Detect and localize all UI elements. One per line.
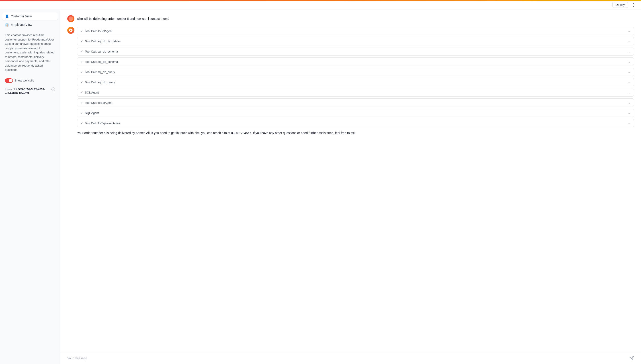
chevron-down-icon: ⌄ — [628, 50, 630, 53]
tool-call-item[interactable]: ✓ Tool Call: ToSqlAgent ⌄ — [77, 27, 634, 35]
tool-call-left: ✓ Tool Call: sql_db_query — [80, 70, 115, 74]
tool-call-left: ✓ Tool Call: ToSqlAgent — [80, 29, 112, 33]
chat-area: who will be delivering order number 5 an… — [60, 10, 641, 364]
bot-response-text: Your order number 5 is being delivered b… — [77, 129, 634, 135]
check-icon: ✓ — [80, 29, 83, 33]
thread-id-row: Thread ID: 539a1559-3b28-4718-ac44-7890c… — [2, 86, 58, 97]
check-icon: ✓ — [80, 90, 83, 94]
tool-call-left: ✓ Tool Call: sql_db_schema — [80, 60, 118, 64]
chevron-down-icon: ⌄ — [628, 111, 630, 115]
show-tool-calls-toggle[interactable] — [5, 78, 13, 83]
sidebar: 👤 Customer View 👔 Employee View This cha… — [0, 10, 60, 364]
sidebar-item-customer-view[interactable]: 👤 Customer View — [2, 12, 58, 20]
chevron-down-icon: ⌄ — [628, 121, 630, 125]
thread-id-prefix: Thread ID: — [5, 88, 18, 91]
customer-view-icon: 👤 — [5, 14, 9, 18]
bot-response-message: Your order number 5 is being delivered b… — [67, 129, 634, 135]
check-icon: ✓ — [80, 121, 83, 125]
tool-call-left: ✓ Tool Call: sql_db_schema — [80, 50, 118, 53]
tool-call-item[interactable]: ✓ SQL Agent ⌄ — [77, 88, 634, 96]
tool-call-item[interactable]: ✓ Tool Call: ToSqlAgent ⌄ — [77, 98, 634, 107]
bot-avatar — [67, 27, 74, 34]
user-avatar-inner — [69, 16, 73, 21]
tool-call-left: ✓ SQL Agent — [80, 90, 99, 94]
tool-call-name: Tool Call: ToSqlAgent — [85, 30, 112, 33]
chevron-down-icon: ⌄ — [628, 40, 630, 43]
user-message-text: who will be delivering order number 5 an… — [77, 15, 169, 21]
user-message: who will be delivering order number 5 an… — [67, 15, 634, 22]
check-icon: ✓ — [80, 60, 83, 64]
send-button[interactable] — [629, 356, 634, 360]
tool-call-left: ✓ Tool Call: ToSqlAgent — [80, 101, 112, 104]
bot-message: ✓ Tool Call: ToSqlAgent ⌄ ✓ Tool Call: s… — [67, 27, 634, 127]
tool-call-name: Tool Call: ToRepresentative — [85, 122, 120, 125]
tool-call-left: ✓ Tool Call: sql_db_query — [80, 80, 115, 84]
tool-call-item[interactable]: ✓ Tool Call: sql_db_schema ⌄ — [77, 58, 634, 66]
chevron-down-icon: ⌄ — [628, 70, 630, 74]
tool-call-left: ✓ Tool Call: sql_db_list_tables — [80, 40, 121, 43]
check-icon: ✓ — [80, 101, 83, 104]
tool-call-name: Tool Call: ToSqlAgent — [85, 101, 112, 104]
more-menu-icon[interactable]: ⋮ — [631, 2, 636, 8]
tool-calls-list: ✓ Tool Call: ToSqlAgent ⌄ ✓ Tool Call: s… — [77, 27, 634, 127]
tool-call-name: SQL Agent — [85, 111, 99, 115]
check-icon: ✓ — [80, 50, 83, 53]
chevron-down-icon: ⌄ — [628, 60, 630, 64]
chevron-down-icon: ⌄ — [628, 101, 630, 104]
tool-call-item[interactable]: ✓ Tool Call: ToRepresentative ⌄ — [77, 119, 634, 127]
thread-id-info-icon[interactable]: i — [52, 88, 55, 91]
chevron-down-icon: ⌄ — [628, 90, 630, 94]
sidebar-description: This chatbot provides real-time customer… — [2, 30, 58, 75]
check-icon: ✓ — [80, 111, 83, 115]
tool-call-name: Tool Call: sql_db_schema — [85, 60, 118, 64]
tool-call-left: ✓ SQL Agent — [80, 111, 99, 115]
bot-icon — [69, 28, 73, 32]
user-avatar — [67, 15, 74, 22]
tool-call-name: Tool Call: sql_db_query — [85, 80, 115, 84]
check-icon: ✓ — [80, 80, 83, 84]
tool-call-item[interactable]: ✓ Tool Call: sql_db_list_tables ⌄ — [77, 37, 634, 46]
tool-call-name: Tool Call: sql_db_schema — [85, 50, 118, 53]
check-icon: ✓ — [80, 40, 83, 43]
tool-call-item[interactable]: ✓ Tool Call: sql_db_query ⌄ — [77, 78, 634, 86]
input-area — [60, 352, 641, 364]
tool-call-left: ✓ Tool Call: ToRepresentative — [80, 121, 120, 125]
employee-view-icon: 👔 — [5, 23, 9, 27]
sidebar-item-employee-view[interactable]: 👔 Employee View — [2, 21, 58, 28]
tool-call-item[interactable]: ✓ SQL Agent ⌄ — [77, 109, 634, 117]
sidebar-item-label: Employee View — [11, 23, 32, 26]
tool-call-item[interactable]: ✓ Tool Call: sql_db_query ⌄ — [77, 68, 634, 76]
chevron-down-icon: ⌄ — [628, 29, 630, 33]
message-input[interactable] — [67, 356, 627, 360]
messages-container: who will be delivering order number 5 an… — [60, 10, 641, 352]
tool-call-name: Tool Call: sql_db_query — [85, 70, 115, 74]
show-tool-calls-row: Show tool calls — [2, 76, 58, 84]
tool-call-item[interactable]: ✓ Tool Call: sql_db_schema ⌄ — [77, 47, 634, 56]
main-layout: 👤 Customer View 👔 Employee View This cha… — [0, 10, 641, 364]
tool-call-name: SQL Agent — [85, 91, 99, 94]
sidebar-item-label: Customer View — [11, 14, 32, 18]
tool-call-name: Tool Call: sql_db_list_tables — [85, 40, 121, 43]
chevron-down-icon: ⌄ — [628, 80, 630, 84]
send-icon — [629, 356, 634, 360]
top-bar: Deploy ⋮ — [0, 0, 641, 10]
show-tool-calls-label: Show tool calls — [15, 79, 34, 82]
accent-bar — [0, 0, 641, 1]
check-icon: ✓ — [80, 70, 83, 74]
deploy-button[interactable]: Deploy — [612, 2, 628, 8]
